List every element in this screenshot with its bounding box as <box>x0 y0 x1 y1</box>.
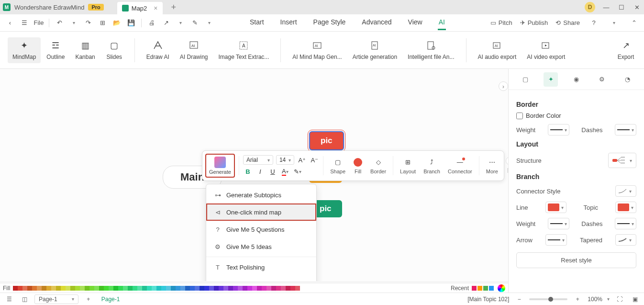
color-picker-button[interactable] <box>498 284 505 292</box>
connector-style-select[interactable]: ▾ <box>615 185 636 197</box>
topic-color-select[interactable]: ▾ <box>615 202 636 213</box>
back-button[interactable]: ‹ <box>4 17 16 29</box>
toolbar-expand-button[interactable]: › <box>506 157 508 165</box>
branch-dashes-select[interactable]: ▾ <box>615 218 636 229</box>
color-swatch[interactable] <box>46 286 51 291</box>
color-swatch[interactable] <box>262 286 266 291</box>
color-swatch[interactable] <box>204 286 209 291</box>
save-button[interactable]: 💾 <box>125 17 137 29</box>
recent-swatch[interactable] <box>472 286 477 291</box>
sidebar-tab-history[interactable]: ◔ <box>620 72 634 87</box>
color-swatch[interactable] <box>271 286 276 291</box>
sidebar-tab-ai[interactable]: ✦ <box>544 72 558 87</box>
color-swatch[interactable] <box>180 286 185 291</box>
color-swatch[interactable] <box>190 286 195 291</box>
menu-ai[interactable]: AI <box>438 15 446 30</box>
dd-5-ideas[interactable]: ⚙Give Me 5 Ideas <box>206 238 316 255</box>
color-swatch[interactable] <box>223 286 228 291</box>
color-swatch[interactable] <box>200 286 204 291</box>
generate-button[interactable]: Generate <box>205 154 235 178</box>
recent-swatch[interactable] <box>483 286 488 291</box>
size-select[interactable]: 14▾ <box>276 155 294 165</box>
color-swatch[interactable] <box>123 286 128 291</box>
color-swatch[interactable] <box>243 286 247 291</box>
color-swatch[interactable] <box>13 286 18 291</box>
ai-audio-export-button[interactable]: AI AI audio export <box>473 37 522 63</box>
color-swatch[interactable] <box>66 286 70 291</box>
color-swatch[interactable] <box>219 286 223 291</box>
export-dropdown[interactable]: ▾ <box>174 17 187 29</box>
page-selector[interactable]: Page-1▾ <box>34 294 78 304</box>
color-swatch[interactable] <box>51 286 56 291</box>
color-swatch[interactable] <box>185 286 190 291</box>
color-swatch[interactable] <box>281 286 286 291</box>
article-gen-button[interactable]: AI Article generation <box>348 37 402 63</box>
color-swatch[interactable] <box>137 286 142 291</box>
help-button[interactable]: ? <box>588 17 600 29</box>
open-button[interactable]: 📂 <box>111 17 123 29</box>
reset-style-button[interactable]: Reset style <box>516 252 636 268</box>
color-swatch[interactable] <box>37 286 42 291</box>
border-color-checkbox[interactable]: Border Color <box>516 112 636 119</box>
connector-tool[interactable]: —Connector <box>445 157 475 175</box>
layout-tool[interactable]: ⊞Layout <box>397 157 419 175</box>
color-swatch[interactable] <box>286 286 290 291</box>
collapse-ribbon-button[interactable]: ⌃ <box>628 17 640 29</box>
menu-start[interactable]: Start <box>249 15 265 30</box>
font-color-button[interactable]: A ▾ <box>280 167 290 176</box>
undo-button[interactable]: ↶ <box>53 17 66 29</box>
subtopic-1[interactable]: pic <box>309 131 344 150</box>
zoom-slider[interactable] <box>529 298 567 300</box>
border-tool[interactable]: ◇Border <box>367 157 389 175</box>
redo-button[interactable]: ↷ <box>82 17 94 29</box>
user-avatar[interactable]: D <box>585 2 595 12</box>
ai-video-export-button[interactable]: AI video export <box>522 37 570 63</box>
help-dropdown[interactable]: ▾ <box>608 17 620 29</box>
color-swatch[interactable] <box>171 286 176 291</box>
panel-toggle-button[interactable]: ◫ <box>19 294 30 305</box>
color-swatch[interactable] <box>75 286 80 291</box>
hamburger-icon[interactable]: ☰ <box>18 17 31 29</box>
color-swatch[interactable] <box>257 286 262 291</box>
edit-dropdown[interactable]: ▾ <box>203 17 215 29</box>
color-swatch[interactable] <box>61 286 66 291</box>
ai-mindmap-gen-button[interactable]: AI AI Mind Map Gen... <box>288 37 346 63</box>
more-tool[interactable]: ⋯More <box>483 157 501 175</box>
zoom-dropdown[interactable]: ▾ <box>607 296 610 302</box>
menu-advanced[interactable]: Advanced <box>361 15 392 30</box>
branch-weight-select[interactable]: ▾ <box>548 218 569 229</box>
menu-view[interactable]: View <box>407 15 423 30</box>
color-swatch[interactable] <box>42 286 46 291</box>
color-swatch[interactable] <box>18 286 22 291</box>
shape-tool[interactable]: ▢Shape <box>327 157 348 175</box>
color-swatch[interactable] <box>252 286 257 291</box>
view-mindmap[interactable]: ✦ MindMap <box>8 37 41 63</box>
sidebar-tab-style[interactable]: ▢ <box>518 72 533 87</box>
color-swatch[interactable] <box>27 286 32 291</box>
add-page-button[interactable]: + <box>83 294 94 305</box>
color-swatch[interactable] <box>295 286 300 291</box>
share-button[interactable]: ⟲Share <box>555 19 580 26</box>
color-swatch[interactable] <box>176 286 180 291</box>
color-swatch[interactable] <box>99 286 104 291</box>
increase-font-button[interactable]: A⁺ <box>297 155 307 165</box>
export-button[interactable]: ↗ Export <box>612 37 639 63</box>
weight-select[interactable]: ▾ <box>548 124 569 136</box>
view-outline[interactable]: ☲ Outline <box>42 37 69 63</box>
file-menu[interactable]: File <box>33 17 45 29</box>
zoom-in-button[interactable]: + <box>572 294 583 305</box>
dashes-select[interactable]: ▾ <box>615 124 636 136</box>
color-swatch[interactable] <box>152 286 156 291</box>
color-swatch[interactable] <box>247 286 252 291</box>
structure-select[interactable]: ▾ <box>608 153 636 168</box>
export-quick-button[interactable]: ↗ <box>160 17 172 29</box>
color-swatch[interactable] <box>109 286 113 291</box>
color-swatch[interactable] <box>166 286 171 291</box>
color-swatch[interactable] <box>133 286 137 291</box>
highlight-button[interactable]: ✎ ▾ <box>293 167 302 176</box>
color-swatch[interactable] <box>89 286 94 291</box>
line-color-select[interactable]: ▾ <box>545 202 566 213</box>
fill-tool[interactable]: Fill <box>350 157 366 175</box>
fit-screen-button[interactable]: ⛶ <box>614 294 625 305</box>
color-swatch[interactable] <box>290 286 295 291</box>
